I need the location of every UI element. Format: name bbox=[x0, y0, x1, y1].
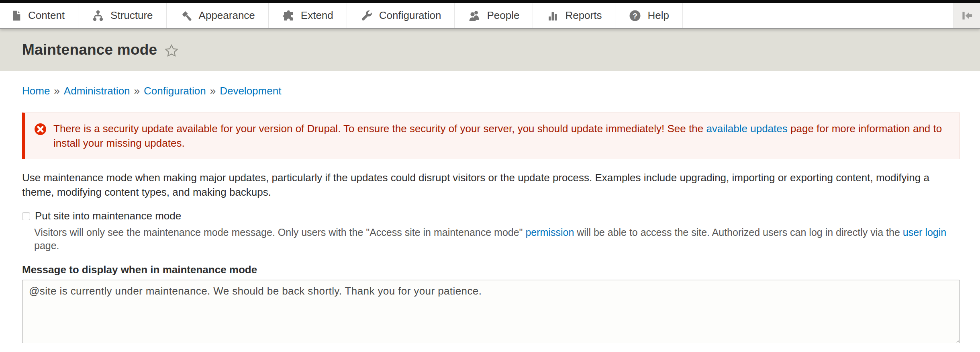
toolbar-item-structure[interactable]: Structure bbox=[78, 3, 167, 28]
bar-chart-icon bbox=[546, 9, 559, 22]
checkbox-description: Visitors will only see the maintenance m… bbox=[34, 226, 960, 252]
main-content: Home»Administration»Configuration»Develo… bbox=[0, 71, 980, 352]
maintenance-mode-checkbox-label: Put site into maintenance mode bbox=[35, 210, 181, 222]
maintenance-mode-checkbox-row[interactable]: Put site into maintenance mode bbox=[22, 210, 181, 222]
sitemap-icon bbox=[92, 9, 104, 22]
toolbar-item-label: Appearance bbox=[199, 9, 255, 22]
puzzle-icon bbox=[282, 9, 295, 22]
svg-text:?: ? bbox=[633, 12, 638, 20]
intro-text: Use maintenance mode when making major u… bbox=[22, 170, 960, 199]
description-text: page. bbox=[34, 240, 59, 251]
maintenance-message-textarea[interactable]: @site is currently under maintenance. We… bbox=[22, 280, 960, 343]
breadcrumb-separator: » bbox=[210, 85, 216, 97]
people-icon bbox=[468, 9, 481, 22]
breadcrumb-separator: » bbox=[134, 85, 140, 97]
toolbar-item-reports[interactable]: Reports bbox=[533, 3, 615, 28]
error-text-before: There is a security update available for… bbox=[53, 123, 706, 135]
message-field-label: Message to display when in maintenance m… bbox=[22, 264, 960, 276]
wrench-icon bbox=[360, 9, 373, 22]
toolbar-item-label: Reports bbox=[565, 9, 602, 22]
error-message-box: There is a security update available for… bbox=[22, 113, 960, 159]
permission-link[interactable]: permission bbox=[525, 227, 574, 238]
breadcrumb: Home»Administration»Configuration»Develo… bbox=[22, 85, 960, 97]
toolbar-item-content[interactable]: Content bbox=[0, 3, 78, 28]
description-text: Visitors will only see the maintenance m… bbox=[34, 227, 525, 238]
paintbrush-icon bbox=[180, 9, 193, 22]
page-header: Maintenance mode bbox=[0, 29, 980, 71]
error-message-text: There is a security update available for… bbox=[53, 121, 949, 150]
toolbar-item-extend[interactable]: Extend bbox=[269, 3, 347, 28]
breadcrumb-link-administration[interactable]: Administration bbox=[64, 85, 130, 97]
description-text: will be able to access the site. Authori… bbox=[574, 227, 902, 238]
favorite-toggle[interactable] bbox=[164, 43, 179, 58]
toolbar-item-appearance[interactable]: Appearance bbox=[167, 3, 269, 28]
maintenance-mode-checkbox[interactable] bbox=[22, 212, 30, 220]
breadcrumb-link-home[interactable]: Home bbox=[22, 85, 50, 97]
toolbar-item-people[interactable]: People bbox=[455, 3, 533, 28]
toolbar-item-label: Content bbox=[28, 9, 65, 22]
breadcrumb-link-development[interactable]: Development bbox=[220, 85, 281, 97]
breadcrumb-separator: » bbox=[54, 85, 59, 97]
user-login-link[interactable]: user login bbox=[903, 227, 946, 238]
collapse-left-icon bbox=[960, 8, 975, 23]
toolbar-spacer bbox=[683, 3, 953, 28]
toolbar-item-label: Extend bbox=[301, 9, 333, 22]
toolbar-item-label: People bbox=[487, 9, 519, 22]
toolbar-item-label: Structure bbox=[110, 9, 153, 22]
toolbar-item-label: Configuration bbox=[379, 9, 441, 22]
help-icon: ? bbox=[629, 9, 641, 22]
available-updates-link[interactable]: available updates bbox=[706, 123, 787, 135]
breadcrumb-link-configuration[interactable]: Configuration bbox=[144, 85, 206, 97]
toolbar-item-label: Help bbox=[647, 9, 669, 22]
file-icon bbox=[10, 9, 22, 22]
error-circle-x-icon bbox=[34, 123, 47, 135]
toolbar-orientation-toggle[interactable] bbox=[953, 3, 980, 28]
toolbar-item-help[interactable]: ? Help bbox=[615, 3, 682, 28]
admin-top-bar bbox=[0, 0, 980, 3]
page-title: Maintenance mode bbox=[22, 41, 157, 58]
star-outline-icon bbox=[164, 43, 179, 58]
toolbar-item-configuration[interactable]: Configuration bbox=[347, 3, 455, 28]
admin-toolbar: Content Structure Appearance Extend Conf… bbox=[0, 3, 980, 29]
